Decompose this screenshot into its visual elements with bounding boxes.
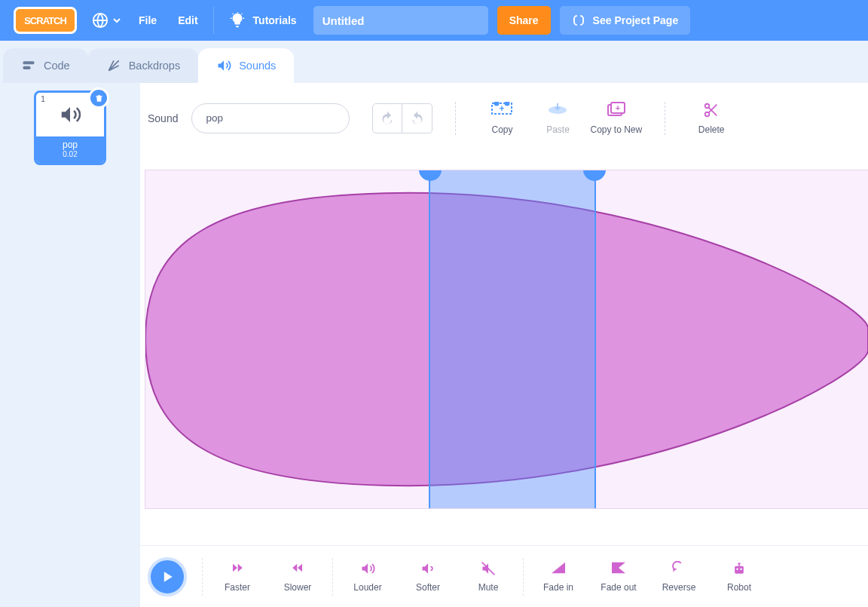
- sound-thumbnail[interactable]: 1 pop 0.02: [34, 90, 106, 165]
- slower-icon: [289, 561, 307, 575]
- faster-button[interactable]: Faster: [210, 561, 264, 593]
- editor-toolbar: Sound + Copy Paste + Copy to N: [140, 83, 868, 147]
- selection-region[interactable]: [429, 170, 596, 509]
- sound-duration: 0.02: [36, 150, 104, 158]
- delete-button[interactable]: Delete: [688, 101, 735, 135]
- separator: [202, 558, 203, 596]
- undo-icon: [380, 111, 395, 126]
- copy-button[interactable]: + Copy: [478, 101, 525, 135]
- tutorials-button[interactable]: Tutorials: [219, 12, 307, 29]
- softer-icon: [420, 561, 436, 576]
- fade-in-button[interactable]: Fade in: [531, 561, 585, 593]
- backdrops-icon: [106, 58, 121, 73]
- svg-point-14: [736, 568, 738, 570]
- scratch-logo[interactable]: SCRATCH: [14, 7, 77, 34]
- separator: [455, 102, 456, 135]
- separator: [332, 558, 333, 596]
- robot-label: Robot: [727, 582, 751, 593]
- tab-backdrops-label: Backdrops: [129, 60, 181, 72]
- tutorials-label: Tutorials: [253, 14, 297, 26]
- sound-name-input[interactable]: [191, 103, 350, 133]
- faster-icon: [228, 561, 246, 575]
- sound-name: pop: [36, 139, 104, 150]
- softer-button[interactable]: Softer: [401, 561, 455, 593]
- sound-index: 1: [41, 94, 45, 103]
- copy-to-new-label: Copy to New: [590, 124, 642, 135]
- undo-button[interactable]: [372, 103, 402, 133]
- tab-sounds[interactable]: Sounds: [198, 48, 294, 83]
- tab-code[interactable]: Code: [3, 48, 88, 83]
- paste-label: Paste: [546, 124, 570, 135]
- tab-sounds-label: Sounds: [239, 60, 276, 72]
- fade-out-label: Fade out: [601, 582, 636, 593]
- fade-out-button[interactable]: Fade out: [591, 561, 646, 593]
- speaker-icon: [59, 103, 81, 126]
- see-project-label: See Project Page: [593, 14, 679, 26]
- waveform-area[interactable]: [140, 147, 868, 545]
- file-menu[interactable]: File: [128, 0, 167, 41]
- play-button[interactable]: [148, 557, 187, 596]
- tab-bar: Code Backdrops Sounds: [0, 41, 868, 83]
- svg-rect-2: [23, 66, 31, 69]
- workspace: 1 pop 0.02 Sound +: [0, 83, 868, 607]
- scissors-icon: [702, 102, 720, 118]
- community-icon: [572, 14, 585, 27]
- see-project-page-button[interactable]: See Project Page: [560, 6, 691, 35]
- svg-point-11: [705, 104, 710, 109]
- louder-icon: [359, 561, 376, 576]
- louder-label: Louder: [353, 582, 381, 593]
- svg-point-12: [705, 112, 710, 117]
- lightbulb-icon: [229, 12, 246, 29]
- fade-in-label: Fade in: [543, 582, 573, 593]
- svg-point-5: [506, 102, 509, 106]
- menubar: SCRATCH File Edit Tutorials Share See Pr…: [0, 0, 868, 41]
- effects-bar: Faster Slower Louder Softer Mute: [140, 545, 868, 607]
- robot-button[interactable]: Robot: [712, 561, 766, 593]
- trash-icon: [94, 94, 104, 103]
- tab-backdrops[interactable]: Backdrops: [88, 48, 199, 83]
- mute-icon: [480, 561, 497, 576]
- project-name-input[interactable]: [313, 6, 488, 35]
- play-icon: [160, 569, 175, 584]
- reverse-icon: [671, 561, 687, 575]
- paste-icon: [548, 102, 567, 118]
- share-button[interactable]: Share: [497, 6, 551, 35]
- delete-sound-button[interactable]: [88, 87, 109, 109]
- copy-icon: +: [491, 102, 513, 118]
- svg-rect-1: [23, 61, 35, 64]
- robot-icon: [732, 561, 747, 576]
- copy-to-new-button[interactable]: + Copy to New: [590, 101, 642, 135]
- language-menu[interactable]: [84, 12, 128, 29]
- sound-list-sidebar: 1 pop 0.02: [0, 83, 140, 607]
- fade-in-icon: [550, 561, 567, 575]
- svg-text:+: +: [500, 103, 505, 114]
- redo-button[interactable]: [402, 103, 432, 133]
- delete-label: Delete: [698, 124, 725, 135]
- sound-editor: Sound + Copy Paste + Copy to N: [140, 83, 868, 607]
- sound-label: Sound: [148, 112, 178, 124]
- tab-code-label: Code: [44, 60, 70, 72]
- faster-label: Faster: [225, 582, 250, 593]
- separator: [665, 102, 665, 135]
- louder-button[interactable]: Louder: [341, 561, 395, 593]
- svg-rect-13: [735, 566, 744, 573]
- paste-button: Paste: [534, 101, 581, 135]
- redo-icon: [410, 111, 425, 126]
- svg-point-4: [495, 102, 499, 106]
- edit-menu[interactable]: Edit: [167, 0, 208, 41]
- fade-out-icon: [610, 561, 627, 575]
- mute-label: Mute: [478, 582, 499, 593]
- waveform-canvas[interactable]: [145, 170, 868, 509]
- copy-label: Copy: [491, 124, 512, 135]
- sounds-icon: [216, 58, 231, 73]
- globe-icon: [92, 12, 108, 29]
- code-icon: [21, 58, 36, 73]
- reverse-label: Reverse: [662, 582, 696, 593]
- mute-button[interactable]: Mute: [461, 561, 515, 593]
- reverse-button[interactable]: Reverse: [652, 561, 706, 593]
- slower-label: Slower: [284, 582, 312, 593]
- separator: [213, 7, 214, 34]
- separator: [523, 558, 524, 596]
- slower-button[interactable]: Slower: [270, 561, 325, 593]
- copy-to-new-icon: +: [607, 102, 626, 118]
